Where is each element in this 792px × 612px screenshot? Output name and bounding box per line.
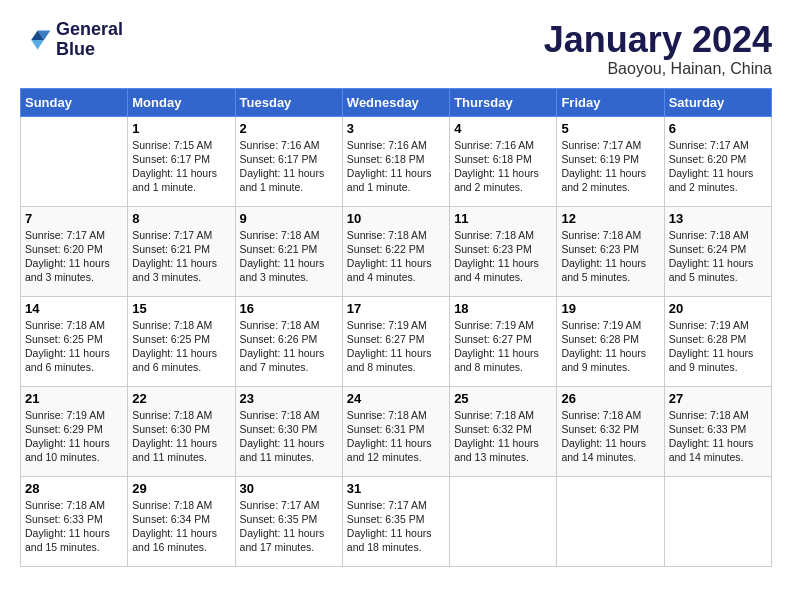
day-number: 2	[240, 121, 338, 136]
day-number: 22	[132, 391, 230, 406]
day-info: Sunrise: 7:16 AM Sunset: 6:18 PM Dayligh…	[347, 138, 445, 195]
day-info: Sunrise: 7:17 AM Sunset: 6:21 PM Dayligh…	[132, 228, 230, 285]
day-info: Sunrise: 7:19 AM Sunset: 6:27 PM Dayligh…	[347, 318, 445, 375]
day-info: Sunrise: 7:17 AM Sunset: 6:35 PM Dayligh…	[240, 498, 338, 555]
logo-icon	[20, 24, 52, 56]
calendar-day-cell: 12Sunrise: 7:18 AM Sunset: 6:23 PM Dayli…	[557, 206, 664, 296]
day-info: Sunrise: 7:19 AM Sunset: 6:27 PM Dayligh…	[454, 318, 552, 375]
calendar-header-row: SundayMondayTuesdayWednesdayThursdayFrid…	[21, 88, 772, 116]
calendar-day-cell: 21Sunrise: 7:19 AM Sunset: 6:29 PM Dayli…	[21, 386, 128, 476]
weekday-header-friday: Friday	[557, 88, 664, 116]
calendar-day-cell: 30Sunrise: 7:17 AM Sunset: 6:35 PM Dayli…	[235, 476, 342, 566]
day-info: Sunrise: 7:18 AM Sunset: 6:23 PM Dayligh…	[561, 228, 659, 285]
day-info: Sunrise: 7:18 AM Sunset: 6:25 PM Dayligh…	[25, 318, 123, 375]
weekday-header-wednesday: Wednesday	[342, 88, 449, 116]
day-info: Sunrise: 7:18 AM Sunset: 6:34 PM Dayligh…	[132, 498, 230, 555]
calendar-day-cell: 17Sunrise: 7:19 AM Sunset: 6:27 PM Dayli…	[342, 296, 449, 386]
calendar-day-cell: 9Sunrise: 7:18 AM Sunset: 6:21 PM Daylig…	[235, 206, 342, 296]
calendar-day-cell: 25Sunrise: 7:18 AM Sunset: 6:32 PM Dayli…	[450, 386, 557, 476]
calendar-day-cell: 18Sunrise: 7:19 AM Sunset: 6:27 PM Dayli…	[450, 296, 557, 386]
day-number: 23	[240, 391, 338, 406]
day-info: Sunrise: 7:16 AM Sunset: 6:17 PM Dayligh…	[240, 138, 338, 195]
day-info: Sunrise: 7:17 AM Sunset: 6:19 PM Dayligh…	[561, 138, 659, 195]
day-number: 25	[454, 391, 552, 406]
svg-marker-2	[31, 40, 44, 50]
day-number: 31	[347, 481, 445, 496]
weekday-header-thursday: Thursday	[450, 88, 557, 116]
day-info: Sunrise: 7:17 AM Sunset: 6:35 PM Dayligh…	[347, 498, 445, 555]
day-info: Sunrise: 7:18 AM Sunset: 6:33 PM Dayligh…	[25, 498, 123, 555]
calendar-empty-cell	[557, 476, 664, 566]
day-number: 15	[132, 301, 230, 316]
calendar-day-cell: 11Sunrise: 7:18 AM Sunset: 6:23 PM Dayli…	[450, 206, 557, 296]
calendar-day-cell: 29Sunrise: 7:18 AM Sunset: 6:34 PM Dayli…	[128, 476, 235, 566]
day-info: Sunrise: 7:18 AM Sunset: 6:30 PM Dayligh…	[132, 408, 230, 465]
calendar-day-cell: 2Sunrise: 7:16 AM Sunset: 6:17 PM Daylig…	[235, 116, 342, 206]
calendar-day-cell: 1Sunrise: 7:15 AM Sunset: 6:17 PM Daylig…	[128, 116, 235, 206]
day-info: Sunrise: 7:18 AM Sunset: 6:32 PM Dayligh…	[561, 408, 659, 465]
calendar-day-cell: 13Sunrise: 7:18 AM Sunset: 6:24 PM Dayli…	[664, 206, 771, 296]
calendar-week-row: 1Sunrise: 7:15 AM Sunset: 6:17 PM Daylig…	[21, 116, 772, 206]
calendar-day-cell: 6Sunrise: 7:17 AM Sunset: 6:20 PM Daylig…	[664, 116, 771, 206]
calendar-empty-cell	[21, 116, 128, 206]
weekday-header-tuesday: Tuesday	[235, 88, 342, 116]
page-header: General Blue January 2024 Baoyou, Hainan…	[20, 20, 772, 78]
day-number: 10	[347, 211, 445, 226]
calendar-day-cell: 7Sunrise: 7:17 AM Sunset: 6:20 PM Daylig…	[21, 206, 128, 296]
calendar-day-cell: 16Sunrise: 7:18 AM Sunset: 6:26 PM Dayli…	[235, 296, 342, 386]
day-number: 17	[347, 301, 445, 316]
calendar-day-cell: 27Sunrise: 7:18 AM Sunset: 6:33 PM Dayli…	[664, 386, 771, 476]
calendar-week-row: 14Sunrise: 7:18 AM Sunset: 6:25 PM Dayli…	[21, 296, 772, 386]
calendar-day-cell: 22Sunrise: 7:18 AM Sunset: 6:30 PM Dayli…	[128, 386, 235, 476]
day-info: Sunrise: 7:18 AM Sunset: 6:33 PM Dayligh…	[669, 408, 767, 465]
day-number: 14	[25, 301, 123, 316]
day-number: 3	[347, 121, 445, 136]
day-info: Sunrise: 7:18 AM Sunset: 6:30 PM Dayligh…	[240, 408, 338, 465]
calendar-week-row: 21Sunrise: 7:19 AM Sunset: 6:29 PM Dayli…	[21, 386, 772, 476]
calendar-day-cell: 3Sunrise: 7:16 AM Sunset: 6:18 PM Daylig…	[342, 116, 449, 206]
day-number: 5	[561, 121, 659, 136]
day-number: 28	[25, 481, 123, 496]
day-number: 16	[240, 301, 338, 316]
calendar-day-cell: 10Sunrise: 7:18 AM Sunset: 6:22 PM Dayli…	[342, 206, 449, 296]
weekday-header-sunday: Sunday	[21, 88, 128, 116]
calendar-day-cell: 5Sunrise: 7:17 AM Sunset: 6:19 PM Daylig…	[557, 116, 664, 206]
day-info: Sunrise: 7:18 AM Sunset: 6:31 PM Dayligh…	[347, 408, 445, 465]
calendar-day-cell: 20Sunrise: 7:19 AM Sunset: 6:28 PM Dayli…	[664, 296, 771, 386]
calendar-week-row: 28Sunrise: 7:18 AM Sunset: 6:33 PM Dayli…	[21, 476, 772, 566]
day-number: 13	[669, 211, 767, 226]
weekday-header-monday: Monday	[128, 88, 235, 116]
title-area: January 2024 Baoyou, Hainan, China	[544, 20, 772, 78]
calendar-day-cell: 24Sunrise: 7:18 AM Sunset: 6:31 PM Dayli…	[342, 386, 449, 476]
calendar-day-cell: 8Sunrise: 7:17 AM Sunset: 6:21 PM Daylig…	[128, 206, 235, 296]
calendar-day-cell: 14Sunrise: 7:18 AM Sunset: 6:25 PM Dayli…	[21, 296, 128, 386]
day-info: Sunrise: 7:18 AM Sunset: 6:26 PM Dayligh…	[240, 318, 338, 375]
weekday-header-saturday: Saturday	[664, 88, 771, 116]
day-info: Sunrise: 7:18 AM Sunset: 6:23 PM Dayligh…	[454, 228, 552, 285]
day-number: 30	[240, 481, 338, 496]
calendar-empty-cell	[450, 476, 557, 566]
calendar-day-cell: 26Sunrise: 7:18 AM Sunset: 6:32 PM Dayli…	[557, 386, 664, 476]
calendar-day-cell: 28Sunrise: 7:18 AM Sunset: 6:33 PM Dayli…	[21, 476, 128, 566]
calendar-day-cell: 23Sunrise: 7:18 AM Sunset: 6:30 PM Dayli…	[235, 386, 342, 476]
day-number: 21	[25, 391, 123, 406]
day-info: Sunrise: 7:18 AM Sunset: 6:22 PM Dayligh…	[347, 228, 445, 285]
calendar-empty-cell	[664, 476, 771, 566]
day-number: 11	[454, 211, 552, 226]
day-number: 8	[132, 211, 230, 226]
day-info: Sunrise: 7:18 AM Sunset: 6:32 PM Dayligh…	[454, 408, 552, 465]
calendar-week-row: 7Sunrise: 7:17 AM Sunset: 6:20 PM Daylig…	[21, 206, 772, 296]
day-info: Sunrise: 7:15 AM Sunset: 6:17 PM Dayligh…	[132, 138, 230, 195]
calendar-day-cell: 31Sunrise: 7:17 AM Sunset: 6:35 PM Dayli…	[342, 476, 449, 566]
day-info: Sunrise: 7:19 AM Sunset: 6:29 PM Dayligh…	[25, 408, 123, 465]
calendar-day-cell: 4Sunrise: 7:16 AM Sunset: 6:18 PM Daylig…	[450, 116, 557, 206]
day-info: Sunrise: 7:18 AM Sunset: 6:24 PM Dayligh…	[669, 228, 767, 285]
month-year-title: January 2024	[544, 20, 772, 60]
day-info: Sunrise: 7:19 AM Sunset: 6:28 PM Dayligh…	[669, 318, 767, 375]
day-number: 24	[347, 391, 445, 406]
day-number: 9	[240, 211, 338, 226]
day-number: 20	[669, 301, 767, 316]
logo-text: General Blue	[56, 20, 123, 60]
day-number: 12	[561, 211, 659, 226]
day-number: 4	[454, 121, 552, 136]
